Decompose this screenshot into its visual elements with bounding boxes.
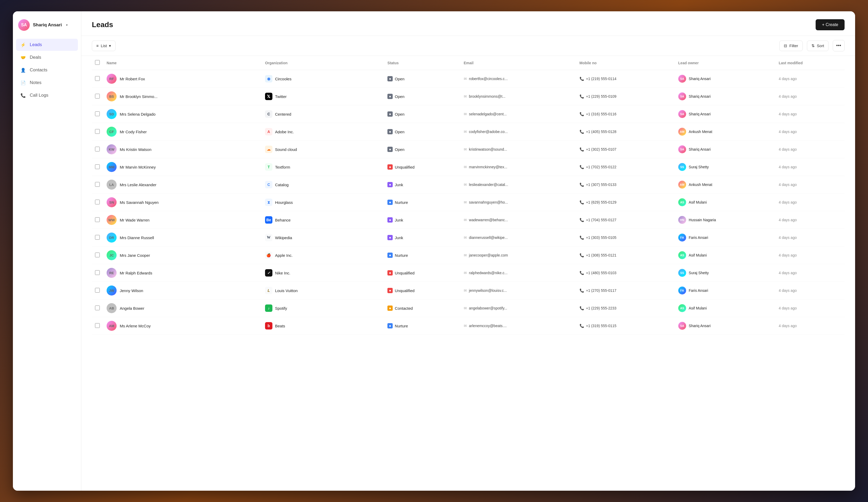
email-value: robertfox@circooles.c... [469, 77, 508, 81]
last-modified: 4 days ago [776, 158, 845, 176]
last-modified: 4 days ago [776, 193, 845, 211]
sort-button[interactable]: ⇅ Sort [807, 41, 829, 51]
phone-icon: 📞 [580, 200, 584, 204]
org-logo: A [265, 128, 272, 135]
row-checkbox[interactable] [95, 200, 100, 204]
call-logs-icon: 📞 [20, 92, 26, 98]
view-list-button[interactable]: ≡ List ▾ [92, 41, 115, 51]
org-logo: T [265, 163, 272, 171]
table-row: CF Mr Cody Fisher A Adobe Inc. ■ Open ✉ [92, 123, 845, 141]
phone-icon: 📞 [580, 130, 584, 134]
last-modified: 4 days ago [776, 211, 845, 229]
row-checkbox[interactable] [95, 235, 100, 240]
org-logo: L [265, 287, 272, 294]
owner-cell: SA Shariq Ansari [678, 75, 773, 83]
lead-name: Ms Savannah Nguyen [120, 200, 159, 205]
org-logo: C [265, 110, 272, 118]
owner-cell: AM Ankush Menat [678, 128, 773, 135]
status-label: Nurture [395, 200, 408, 205]
sidebar-item-call-logs[interactable]: 📞 Call Logs [16, 89, 78, 101]
owner-name: Asif Mulani [689, 253, 707, 257]
sidebar-item-notes[interactable]: 📄 Notes [16, 77, 78, 89]
email-icon: ✉ [464, 200, 467, 204]
row-checkbox[interactable] [95, 217, 100, 222]
status-dot: ■ [388, 270, 393, 275]
status-badge: ■ Unqualified [388, 270, 457, 275]
lead-avatar: SD [106, 109, 116, 119]
email-cell: ✉ brooklynsimmons@t... [464, 94, 573, 99]
user-menu[interactable]: SA Shariq Ansari ▾ [13, 19, 81, 39]
more-options-button[interactable]: ••• [833, 40, 845, 51]
status-dot: ■ [388, 164, 393, 170]
last-modified: 4 days ago [776, 247, 845, 264]
main-header: Leads + Create [81, 11, 855, 36]
status-dot: ■ [388, 217, 393, 222]
org-logo: W [265, 234, 272, 241]
row-checkbox[interactable] [95, 164, 100, 169]
owner-cell: HN Hussain Nagaria [678, 216, 773, 224]
lead-avatar: CF [106, 127, 116, 137]
row-checkbox[interactable] [95, 305, 100, 310]
lead-name-cell: RF Mr Robert Fox [106, 74, 259, 84]
owner-avatar: SA [678, 145, 686, 153]
row-checkbox[interactable] [95, 111, 100, 116]
org-cell: ✓ Nike Inc. [265, 269, 381, 277]
row-checkbox[interactable] [95, 76, 100, 81]
phone-icon: 📞 [580, 324, 584, 328]
col-mobile: Mobile no [576, 56, 675, 70]
email-icon: ✉ [464, 182, 467, 187]
create-button[interactable]: + Create [816, 19, 845, 30]
row-checkbox[interactable] [95, 323, 100, 328]
lead-name: Mr Robert Fox [120, 77, 145, 81]
owner-cell: FA Faris Ansari [678, 287, 773, 294]
phone-value: +1 (302) 555-0107 [586, 147, 617, 151]
owner-cell: SA Shariq Ansari [678, 145, 773, 153]
phone-value: +1 (319) 555-0115 [586, 324, 617, 328]
org-logo: b [265, 322, 272, 330]
sidebar: SA Shariq Ansari ▾ ⚡ Leads 🤝 Deals 👤 Con… [13, 11, 81, 491]
lead-name: Angela Bower [120, 306, 144, 311]
row-checkbox[interactable] [95, 270, 100, 275]
status-badge: ■ Junk [388, 217, 457, 222]
row-checkbox[interactable] [95, 94, 100, 99]
sidebar-item-leads[interactable]: ⚡ Leads [16, 39, 78, 51]
phone-value: +1 (308) 555-0121 [586, 253, 617, 257]
org-cell: b Beats [265, 322, 381, 330]
phone-cell: 📞 +1 (303) 555-0105 [580, 235, 672, 240]
col-owner: Lead owner [675, 56, 776, 70]
email-cell: ✉ diannerussell@wikipe... [464, 235, 573, 240]
phone-value: +1 (405) 555-0128 [586, 130, 617, 134]
lead-avatar: AM [106, 321, 116, 331]
org-logo: ☁ [265, 145, 272, 153]
row-checkbox[interactable] [95, 129, 100, 134]
owner-name: Faris Ansari [689, 288, 708, 293]
phone-icon: 📞 [580, 288, 584, 293]
table-row: SN Ms Savannah Nguyen ⧗ Hourglass ■ Nurt… [92, 193, 845, 211]
filter-button[interactable]: ⊟ Filter [779, 41, 803, 51]
org-cell: C Centered [265, 110, 381, 118]
org-name: Spotify [275, 306, 287, 311]
row-checkbox[interactable] [95, 253, 100, 257]
lead-name-cell: SD Mrs Selena Delgado [106, 109, 259, 119]
view-label: List [101, 43, 107, 48]
lead-name: Mr Brooklyn Simmo... [120, 94, 157, 99]
sidebar-item-contacts[interactable]: 👤 Contacts [16, 64, 78, 76]
phone-icon: 📞 [580, 182, 584, 187]
lead-name-cell: RE Mr Ralph Edwards [106, 268, 259, 278]
phone-value: +1 (229) 555-2233 [586, 306, 617, 310]
email-icon: ✉ [464, 147, 467, 151]
org-cell: Be Behance [265, 216, 381, 224]
email-icon: ✉ [464, 324, 467, 328]
lead-avatar: BS [106, 91, 116, 101]
phone-value: +1 (480) 555-0103 [586, 271, 617, 275]
row-checkbox[interactable] [95, 182, 100, 187]
sidebar-item-deals[interactable]: 🤝 Deals [16, 51, 78, 63]
owner-cell: SA Shariq Ansari [678, 322, 773, 330]
email-icon: ✉ [464, 165, 467, 169]
status-dot: ■ [388, 288, 393, 293]
owner-cell: AS Asif Mulani [678, 251, 773, 259]
row-checkbox[interactable] [95, 288, 100, 293]
last-modified: 4 days ago [776, 141, 845, 158]
select-all-checkbox[interactable] [95, 60, 100, 65]
row-checkbox[interactable] [95, 147, 100, 151]
